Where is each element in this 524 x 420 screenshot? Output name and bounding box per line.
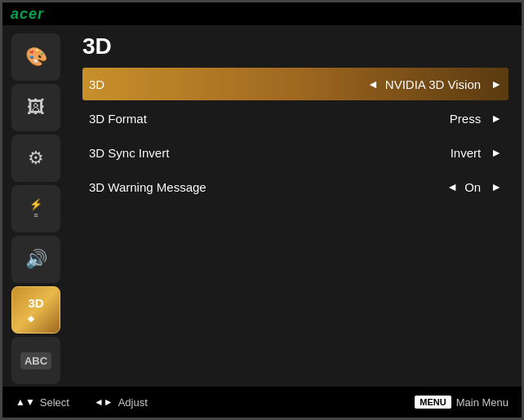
right-arrow-3d-format[interactable]: ► bbox=[491, 112, 502, 125]
menu-row-3d-format[interactable]: 3D Format Press ► bbox=[82, 102, 508, 135]
menu-label-3d: 3D bbox=[89, 77, 367, 91]
sidebar-item-language[interactable]: ABC bbox=[11, 337, 60, 384]
sidebar-item-quickaccess[interactable]: ⚡ ≡ bbox=[11, 185, 60, 232]
menu-row-3d-warning[interactable]: 3D Warning Message ◄ On ► bbox=[82, 170, 508, 203]
left-arrow-3d-warning[interactable]: ◄ bbox=[446, 180, 458, 193]
top-bar: acer bbox=[2, 2, 522, 25]
gear-icon: ⚙ bbox=[28, 148, 44, 169]
menu-value-3d-sync-invert: Invert bbox=[451, 146, 482, 160]
flash-icon: ⚡ ≡ bbox=[29, 198, 42, 219]
adjust-arrows: ◄► bbox=[94, 396, 113, 408]
image-icon: 🖼 bbox=[27, 97, 45, 118]
adjust-label: Adjust bbox=[118, 396, 148, 409]
bottom-bar: ▲▼ Select ◄► Adjust MENU Main Menu bbox=[2, 387, 522, 418]
sidebar-item-color[interactable]: 🎨 bbox=[11, 33, 60, 81]
main-menu-label: Main Menu bbox=[456, 396, 508, 409]
menu-row-3d-sync-invert[interactable]: 3D Sync Invert Invert ► bbox=[82, 136, 508, 169]
right-arrow-3d-sync-invert[interactable]: ► bbox=[491, 146, 502, 159]
audio-icon: 🔊 bbox=[25, 249, 47, 270]
menu-label-3d-format: 3D Format bbox=[89, 112, 450, 126]
abc-icon: ABC bbox=[20, 352, 51, 369]
sidebar-item-3d[interactable]: 3D◆ bbox=[11, 286, 60, 334]
select-label: Select bbox=[40, 396, 69, 409]
main-content: 3D 3D ◄ NVIDIA 3D Vision ► 3D Format Pre… bbox=[69, 25, 522, 387]
sidebar: 🎨 🖼 ⚙ ⚡ ≡ 🔊 3D◆ ABC bbox=[2, 25, 69, 387]
menu-key: MENU bbox=[415, 396, 451, 409]
app-container: acer 🎨 🖼 ⚙ ⚡ ≡ 🔊 3D◆ ABC 3D bbox=[0, 0, 524, 420]
right-arrow-3d[interactable]: ► bbox=[491, 77, 502, 91]
sidebar-item-image[interactable]: 🖼 bbox=[11, 84, 60, 131]
page-title: 3D bbox=[82, 33, 508, 60]
menu-row-3d[interactable]: 3D ◄ NVIDIA 3D Vision ► bbox=[82, 68, 508, 100]
color-icon: 🎨 bbox=[25, 46, 47, 68]
right-arrow-3d-warning[interactable]: ► bbox=[491, 180, 502, 193]
menu-label-3d-warning: 3D Warning Message bbox=[89, 180, 446, 194]
3d-icon: 3D◆ bbox=[28, 296, 43, 324]
menu-label-3d-sync-invert: 3D Sync Invert bbox=[89, 146, 451, 160]
acer-logo: acer bbox=[11, 6, 44, 23]
sidebar-item-settings[interactable]: ⚙ bbox=[11, 135, 60, 182]
nav-arrows: ▲▼ bbox=[16, 396, 35, 408]
hint-menu: MENU Main Menu bbox=[415, 396, 508, 409]
menu-value-3d-warning: On bbox=[464, 180, 481, 194]
left-arrow-3d[interactable]: ◄ bbox=[367, 77, 379, 91]
sidebar-item-audio[interactable]: 🔊 bbox=[11, 236, 60, 283]
menu-value-3d-format: Press bbox=[450, 112, 481, 126]
menu-value-3d: NVIDIA 3D Vision bbox=[385, 77, 481, 91]
hint-select: ▲▼ Select bbox=[16, 396, 69, 409]
hint-adjust: ◄► Adjust bbox=[94, 396, 148, 409]
